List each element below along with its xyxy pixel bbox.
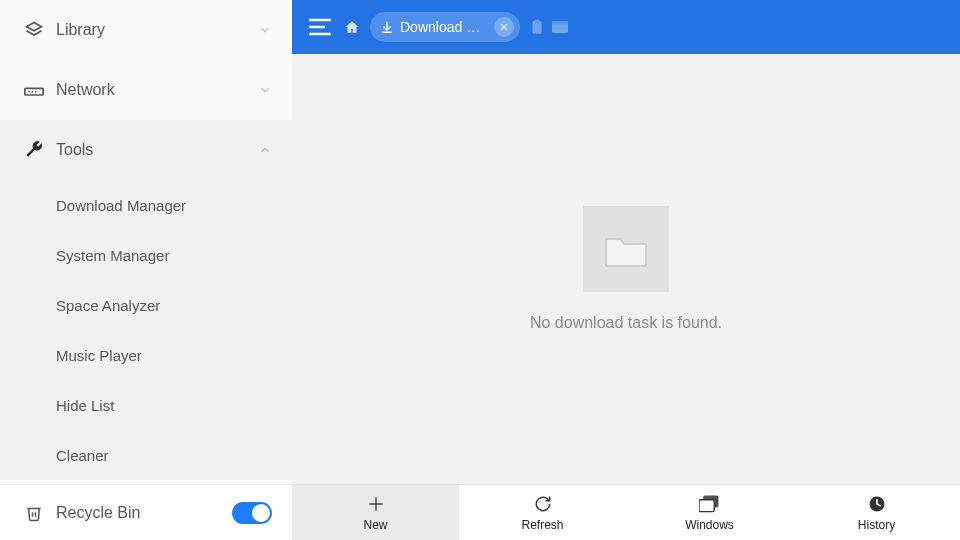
empty-folder-icon [583,206,669,292]
svg-rect-21 [699,500,714,512]
history-button[interactable]: History [793,485,960,540]
sidebar-tools-list: Download Manager System Manager Space An… [0,180,292,480]
sidebar-item-hide-list[interactable]: Hide List [0,380,292,430]
plus-icon [366,493,386,515]
download-icon [380,20,394,34]
sidebar-item-space-analyzer[interactable]: Space Analyzer [0,280,292,330]
chevron-up-icon [258,143,272,157]
sidebar-item-system-manager[interactable]: System Manager [0,230,292,280]
windows-icon [699,493,721,515]
sidebar: Library Network Tools Download Mana [0,0,292,540]
recycle-bin-toggle[interactable] [232,502,272,524]
sidebar-group-library[interactable]: Library [0,0,292,60]
button-label: New [363,518,387,532]
sidebar-group-tools[interactable]: Tools [0,120,292,180]
button-label: Refresh [521,518,563,532]
breadcrumb-tab-download-manager[interactable]: Download Ma… [370,12,520,42]
breadcrumb-label: Download Ma… [400,19,488,35]
svg-rect-17 [552,21,568,24]
svg-point-3 [32,91,34,93]
topbar: Download Ma… [292,0,960,54]
layers-icon [20,20,48,40]
sidebar-group-label: Network [56,81,258,99]
svg-rect-15 [535,20,540,23]
refresh-icon [533,493,553,515]
close-icon[interactable] [494,17,514,37]
sidebar-group-label: Library [56,21,258,39]
sidebar-group-label: Tools [56,141,258,159]
clock-icon [867,493,887,515]
chevron-down-icon [258,83,272,97]
window-icon[interactable] [552,21,568,33]
button-label: History [858,518,895,532]
svg-point-4 [35,91,37,93]
svg-point-2 [28,91,30,93]
button-label: Windows [685,518,734,532]
windows-button[interactable]: Windows [626,485,793,540]
sidebar-item-cleaner[interactable]: Cleaner [0,430,292,480]
content-area: No download task is found. [292,54,960,484]
svg-marker-0 [27,23,42,31]
recycle-bin-label: Recycle Bin [56,504,232,522]
refresh-button[interactable]: Refresh [459,485,626,540]
trash-icon [20,503,48,523]
svg-rect-14 [532,21,541,34]
wrench-icon [20,140,48,160]
new-button[interactable]: New [292,485,459,540]
svg-rect-1 [25,88,43,95]
bottombar: New Refresh Windows History [292,484,960,540]
sidebar-footer: Recycle Bin [0,484,292,540]
menu-button[interactable] [300,7,340,47]
chevron-down-icon [258,23,272,37]
network-icon [20,83,48,97]
main-pane: Download Ma… No download task is found. … [292,0,960,540]
sidebar-item-music-player[interactable]: Music Player [0,330,292,380]
clipboard-icon[interactable] [530,19,544,35]
empty-state-message: No download task is found. [530,314,722,332]
home-icon[interactable] [344,20,360,34]
sidebar-item-download-manager[interactable]: Download Manager [0,180,292,230]
sidebar-group-network[interactable]: Network [0,60,292,120]
